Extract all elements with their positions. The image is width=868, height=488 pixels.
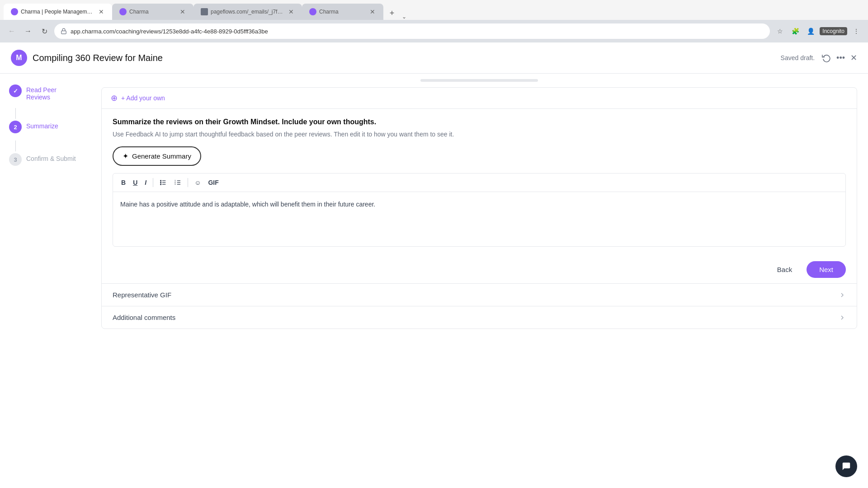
tab-close-2[interactable]: ✕ <box>179 7 186 16</box>
bullet-list-icon <box>160 179 167 186</box>
scroll-indicator-area <box>90 74 868 82</box>
more-icon: ••• <box>836 53 845 63</box>
footer-actions: Back Next <box>102 256 857 283</box>
step-2-indicator: 2 <box>9 121 22 133</box>
tab-title-4: Charma <box>319 9 366 15</box>
more-tabs-button[interactable]: ⌄ <box>399 14 410 20</box>
browser-tab-3[interactable]: pageflows.com/_emails/_j7fb5... ✕ <box>193 4 302 20</box>
browser-tab-2[interactable]: Charma ✕ <box>112 4 193 20</box>
step-3-row: 3 Confirm & Submit <box>9 153 81 166</box>
sparkle-icon: ✦ <box>123 152 128 160</box>
sidebar-step-3: 3 Confirm & Submit <box>9 153 81 166</box>
app: M Compiling 360 Review for Maine Saved d… <box>0 42 868 488</box>
svg-point-6 <box>160 184 161 185</box>
history-button[interactable] <box>822 53 831 62</box>
bullet-list-button[interactable] <box>157 177 170 188</box>
browser-actions: ☆ 🧩 👤 Incognito ⋮ <box>774 25 863 38</box>
step-1-row: ✓ Read Peer Reviews <box>9 84 81 101</box>
content-area: ✓ Read Peer Reviews 2 Summarize 3 Confir… <box>0 74 868 488</box>
tab-title-2: Charma <box>129 9 176 15</box>
sidebar-step-2: 2 Summarize <box>9 121 81 151</box>
representative-gif-label: Representative GIF <box>113 291 171 299</box>
summarize-section: Summarize the reviews on their Growth Mi… <box>102 109 857 247</box>
browser-tab-4[interactable]: Charma ✕ <box>302 4 383 20</box>
forward-nav-button[interactable]: → <box>22 25 34 38</box>
gif-icon: GIF <box>208 179 218 186</box>
app-logo: M <box>11 50 27 66</box>
tab-title-1: Charma | People Management S... <box>21 9 95 15</box>
browser-tab-1[interactable]: Charma | People Management S... ✕ <box>4 4 112 20</box>
bold-button[interactable]: B <box>118 177 128 188</box>
app-title: Compiling 360 Review for Maine <box>33 53 163 63</box>
main-panel: ⊕ + Add your own Summarize the reviews o… <box>90 74 868 488</box>
main-card: ⊕ + Add your own Summarize the reviews o… <box>101 87 857 329</box>
back-nav-button[interactable]: ← <box>5 25 18 38</box>
tab-favicon-1 <box>11 8 18 15</box>
svg-point-5 <box>160 182 161 183</box>
ordered-list-button[interactable]: 123 <box>171 177 184 188</box>
chevron-right-icon <box>839 291 846 299</box>
scroll-indicator <box>420 79 538 82</box>
svg-point-4 <box>160 180 161 181</box>
menu-button[interactable]: ⋮ <box>850 25 863 38</box>
tab-close-3[interactable]: ✕ <box>288 7 295 16</box>
toolbar-sep-1 <box>153 178 153 187</box>
emoji-icon: ☺ <box>194 179 201 186</box>
saved-draft-label: Saved draft. <box>781 54 815 61</box>
generate-summary-button[interactable]: ✦ Generate Summary <box>113 146 201 166</box>
step-3-indicator: 3 <box>9 153 22 166</box>
step-2-row: 2 Summarize <box>9 121 81 133</box>
close-button[interactable]: ✕ <box>850 53 857 63</box>
tab-title-3: pageflows.com/_emails/_j7fb5... <box>211 9 285 15</box>
sidebar: ✓ Read Peer Reviews 2 Summarize 3 Confir… <box>0 74 90 488</box>
more-options-button[interactable]: ••• <box>836 53 845 63</box>
step-2-label[interactable]: Summarize <box>26 121 58 130</box>
italic-button[interactable]: I <box>142 177 149 188</box>
url-text: app.charma.com/coaching/reviews/1253e8dd… <box>71 28 764 35</box>
lock-icon <box>61 28 67 34</box>
svg-rect-0 <box>61 31 66 33</box>
editor-content[interactable]: Maine has a positive attitude and is ada… <box>113 192 845 246</box>
browser-toolbar: ← → ↻ app.charma.com/coaching/reviews/12… <box>0 20 868 42</box>
chat-icon <box>841 461 851 471</box>
editor-text: Maine has a positive attitude and is ada… <box>120 201 375 208</box>
address-bar[interactable]: app.charma.com/coaching/reviews/1253e8dd… <box>54 23 770 39</box>
tab-close-1[interactable]: ✕ <box>98 7 105 16</box>
gif-button[interactable]: GIF <box>205 177 221 188</box>
svg-text:3: 3 <box>175 183 176 185</box>
browser-chrome: Charma | People Management S... ✕ Charma… <box>0 0 868 42</box>
tab-favicon-4 <box>309 8 316 15</box>
step-connector-1 <box>15 108 16 119</box>
history-icon <box>822 53 831 62</box>
back-button[interactable]: Back <box>770 262 799 277</box>
additional-comments-label: Additional comments <box>113 314 175 321</box>
chevron-right-icon-2 <box>839 314 846 321</box>
summarize-description: Use Feedback AI to jump start thoughtful… <box>113 130 846 139</box>
tab-close-4[interactable]: ✕ <box>369 7 376 16</box>
editor-container: B U I 123 ☺ <box>113 173 846 247</box>
step-1-label[interactable]: Read Peer Reviews <box>26 84 81 101</box>
profile-button[interactable]: 👤 <box>804 25 817 38</box>
chat-support-button[interactable] <box>835 455 857 477</box>
new-tab-button[interactable]: + <box>385 6 399 20</box>
underline-button[interactable]: U <box>130 177 140 188</box>
toolbar-sep-2 <box>188 178 188 187</box>
representative-gif-section[interactable]: Representative GIF <box>102 283 857 306</box>
extension-button[interactable]: 🧩 <box>789 25 802 38</box>
tab-favicon-2 <box>119 8 127 15</box>
header-actions: ••• ✕ <box>822 53 857 63</box>
close-icon: ✕ <box>850 53 857 63</box>
add-own-row[interactable]: ⊕ + Add your own <box>102 88 857 109</box>
bookmark-button[interactable]: ☆ <box>774 25 786 38</box>
emoji-button[interactable]: ☺ <box>192 177 203 188</box>
step-3-label[interactable]: Confirm & Submit <box>26 153 76 162</box>
next-button[interactable]: Next <box>807 261 846 278</box>
app-header: M Compiling 360 Review for Maine Saved d… <box>0 42 868 74</box>
step-1-indicator: ✓ <box>9 84 22 97</box>
summarize-title: Summarize the reviews on their Growth Mi… <box>113 118 846 126</box>
refresh-button[interactable]: ↻ <box>38 25 51 38</box>
generate-btn-label: Generate Summary <box>132 152 191 160</box>
add-own-label: + Add your own <box>121 94 165 102</box>
additional-comments-section[interactable]: Additional comments <box>102 306 857 328</box>
step-connector-2 <box>15 141 16 151</box>
